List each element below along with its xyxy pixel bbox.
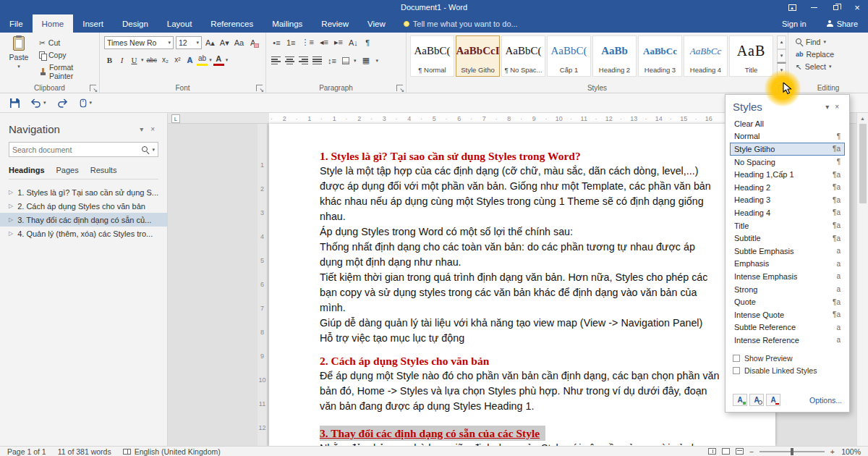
style-row[interactable]: Clear All: [730, 117, 845, 130]
expand-icon[interactable]: ▷: [9, 203, 13, 209]
align-center-button[interactable]: [285, 56, 294, 64]
style-gallery-item[interactable]: AaB Title: [729, 35, 773, 77]
increase-indent-button[interactable]: ▸≡: [333, 36, 344, 48]
style-row[interactable]: Title ¶a: [730, 219, 845, 232]
document-scrollbar[interactable]: ▲: [856, 113, 868, 446]
ribbon-tab[interactable]: View: [358, 14, 395, 33]
new-style-button[interactable]: A: [733, 394, 747, 406]
subscript-button[interactable]: x₂: [160, 54, 171, 66]
font-color-dropdown-icon[interactable]: ▾: [226, 57, 229, 63]
align-left-button[interactable]: [271, 56, 281, 64]
search-icon[interactable]: [142, 146, 149, 153]
show-preview-checkbox[interactable]: [733, 355, 740, 362]
italic-button[interactable]: I: [116, 54, 127, 66]
font-name-combo[interactable]: Times New Ro ▾: [104, 36, 174, 49]
tell-me-box[interactable]: Tell me what you want to do...: [395, 14, 527, 33]
ribbon-tab[interactable]: Mailings: [263, 14, 312, 33]
text-highlight-button[interactable]: ab: [197, 54, 208, 66]
sort-button[interactable]: A↓: [347, 36, 359, 48]
style-gallery-item[interactable]: AaBbC( ¶ No Spac...: [501, 35, 545, 77]
style-row[interactable]: Heading 1,Cấp 1 ¶a: [730, 168, 845, 181]
expand-icon[interactable]: ▷: [9, 189, 13, 195]
style-gallery-item[interactable]: AaBb Heading 2: [592, 35, 637, 77]
borders-dropdown-icon[interactable]: ▾: [375, 58, 378, 64]
navigation-heading-item[interactable]: ▷ 4. Quản lý (thêm, xóa) các Styles tro.…: [0, 227, 167, 240]
text-effects-button[interactable]: A: [184, 54, 195, 66]
navigation-heading-item[interactable]: ▷ 1. Styles là gì? Tại sao cần sử dụng S…: [0, 185, 167, 199]
shading-dropdown-icon[interactable]: ▾: [354, 58, 357, 64]
justify-button[interactable]: [312, 56, 322, 64]
styles-dialog-launcher[interactable]: ↘: [778, 85, 785, 91]
style-row[interactable]: Subtitle ¶a: [730, 232, 845, 245]
style-gallery-item[interactable]: AaBbCc Heading 3: [638, 35, 682, 77]
font-size-combo[interactable]: 12 ▾: [176, 36, 202, 49]
restore-button[interactable]: [825, 0, 846, 14]
decrease-indent-button[interactable]: ◂≡: [318, 36, 330, 48]
document-page[interactable]: 1. Styles là gì? Tại sao cần sử dụng Sty…: [269, 124, 775, 446]
style-row[interactable]: Heading 2 ¶a: [730, 181, 845, 194]
navigation-heading-item[interactable]: ▷ 2. Cách áp dụng Styles cho văn bản: [0, 199, 167, 213]
navigation-close-icon[interactable]: ×: [147, 125, 158, 133]
style-row[interactable]: Strong a: [730, 283, 845, 296]
scrollbar-thumb[interactable]: [859, 124, 867, 203]
navigation-tab[interactable]: Pages: [56, 166, 79, 174]
read-mode-icon[interactable]: [708, 448, 716, 455]
zoom-slider-thumb[interactable]: [791, 448, 793, 455]
web-layout-icon[interactable]: [736, 448, 744, 455]
zoom-in-button[interactable]: +: [830, 447, 835, 456]
manage-styles-button[interactable]: A: [766, 394, 780, 406]
style-row[interactable]: Heading 4 ¶a: [730, 206, 845, 219]
underline-dropdown-icon[interactable]: ▾: [141, 57, 144, 63]
format-painter-button[interactable]: Format Painter: [39, 63, 99, 80]
clipboard-dialog-launcher[interactable]: ↘: [90, 85, 96, 91]
paragraph-dialog-launcher[interactable]: ↘: [396, 85, 403, 91]
disable-linked-option[interactable]: Disable Linked Styles: [733, 365, 842, 377]
style-row[interactable]: Intense Quote ¶a: [730, 308, 845, 321]
change-case-button[interactable]: Aa: [233, 37, 245, 49]
style-gallery-item[interactable]: AaBbCc Heading 4: [684, 35, 728, 77]
style-row[interactable]: Intense Reference a: [730, 334, 845, 347]
style-gallery-item[interactable]: AaBbCcI Style Githo: [456, 35, 500, 77]
style-row[interactable]: Emphasis a: [730, 258, 845, 271]
close-button[interactable]: ×: [846, 0, 868, 14]
align-right-button[interactable]: [299, 56, 308, 64]
save-button[interactable]: [10, 98, 20, 108]
font-dialog-launcher[interactable]: ↘: [256, 85, 263, 91]
style-gallery-item[interactable]: AaBbC( Cấp 1: [547, 35, 591, 77]
search-dropdown-icon[interactable]: ▾: [152, 147, 155, 153]
gallery-up-button[interactable]: ▴: [777, 35, 786, 49]
page-indicator[interactable]: Page 1 of 1: [7, 447, 46, 456]
cut-button[interactable]: ✂ Cut: [39, 38, 60, 47]
word-count[interactable]: 11 of 381 words: [58, 447, 111, 456]
styles-pane-menu-icon[interactable]: ▾: [822, 103, 832, 111]
superscript-button[interactable]: x²: [172, 54, 183, 66]
copy-button[interactable]: Copy: [39, 51, 67, 59]
multilevel-list-button[interactable]: ⋮≡: [300, 36, 315, 48]
navigation-tab[interactable]: Headings: [9, 166, 45, 174]
ribbon-tab[interactable]: File: [0, 14, 33, 33]
zoom-out-button[interactable]: −: [749, 447, 754, 456]
style-inspector-button[interactable]: A: [749, 394, 764, 406]
ribbon-tab[interactable]: References: [201, 14, 263, 33]
style-row[interactable]: Normal ¶: [730, 130, 845, 143]
style-row[interactable]: Subtle Emphasis a: [730, 245, 845, 258]
line-spacing-button[interactable]: ↕≡: [326, 54, 338, 67]
numbering-button[interactable]: 1≡: [285, 36, 297, 48]
style-row[interactable]: Intense Emphasis a: [730, 270, 845, 283]
zoom-slider[interactable]: [760, 451, 825, 452]
print-layout-icon[interactable]: [722, 448, 730, 455]
gallery-more-button[interactable]: ▾: [777, 62, 786, 77]
show-paragraph-marks-button[interactable]: ¶: [362, 36, 373, 48]
shading-button[interactable]: [342, 57, 349, 64]
find-button[interactable]: Find ▾: [796, 38, 826, 46]
paste-button[interactable]: Paste ▾: [4, 36, 33, 81]
expand-icon[interactable]: ▷: [9, 216, 13, 223]
scroll-up-icon[interactable]: ▲: [860, 113, 865, 124]
grow-font-button[interactable]: A▴: [204, 37, 216, 49]
borders-button[interactable]: ▦: [360, 54, 371, 67]
style-row[interactable]: Quote ¶a: [730, 295, 845, 308]
touch-mouse-mode-button[interactable]: ▾: [79, 98, 93, 108]
expand-icon[interactable]: ▷: [9, 230, 13, 237]
replace-button[interactable]: ab Replace: [796, 50, 834, 59]
style-row[interactable]: Heading 3 ¶a: [730, 194, 845, 207]
